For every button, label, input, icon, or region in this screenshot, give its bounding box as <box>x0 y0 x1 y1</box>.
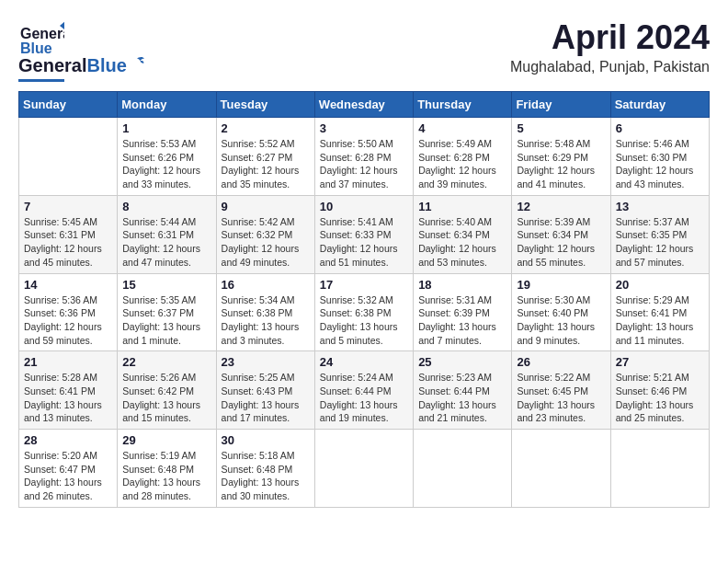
day-cell: 4Sunrise: 5:49 AM Sunset: 6:28 PM Daylig… <box>414 118 512 196</box>
day-info: Sunrise: 5:40 AM Sunset: 6:34 PM Dayligh… <box>418 215 506 270</box>
header-saturday: Saturday <box>610 92 709 118</box>
day-number: 17 <box>320 278 408 292</box>
day-number: 24 <box>320 355 408 369</box>
week-row-3: 14Sunrise: 5:36 AM Sunset: 6:36 PM Dayli… <box>19 273 710 351</box>
day-number: 16 <box>222 278 310 292</box>
day-number: 3 <box>320 121 408 135</box>
day-info: Sunrise: 5:30 AM Sunset: 6:40 PM Dayligh… <box>517 293 605 348</box>
day-number: 26 <box>517 355 605 369</box>
day-info: Sunrise: 5:25 AM Sunset: 6:43 PM Dayligh… <box>222 371 310 425</box>
day-cell: 11Sunrise: 5:40 AM Sunset: 6:34 PM Dayli… <box>414 195 512 273</box>
day-number: 18 <box>418 278 506 292</box>
day-cell: 7Sunrise: 5:45 AM Sunset: 6:31 PM Daylig… <box>19 195 118 273</box>
day-number: 6 <box>616 121 704 135</box>
day-cell: 25Sunrise: 5:23 AM Sunset: 6:44 PM Dayli… <box>414 351 512 430</box>
day-cell: 22Sunrise: 5:26 AM Sunset: 6:42 PM Dayli… <box>118 351 216 430</box>
svg-text:Blue: Blue <box>20 40 52 56</box>
day-cell: 27Sunrise: 5:21 AM Sunset: 6:46 PM Dayli… <box>610 351 709 430</box>
day-number: 21 <box>24 355 112 369</box>
day-info: Sunrise: 5:20 AM Sunset: 6:47 PM Dayligh… <box>24 449 112 503</box>
day-info: Sunrise: 5:53 AM Sunset: 6:26 PM Dayligh… <box>122 137 210 191</box>
day-info: Sunrise: 5:39 AM Sunset: 6:34 PM Dayligh… <box>517 215 605 270</box>
day-info: Sunrise: 5:45 AM Sunset: 6:31 PM Dayligh… <box>24 215 112 270</box>
day-info: Sunrise: 5:34 AM Sunset: 6:38 PM Dayligh… <box>222 293 310 348</box>
day-info: Sunrise: 5:44 AM Sunset: 6:31 PM Dayligh… <box>122 215 210 270</box>
day-number: 11 <box>418 200 506 213</box>
day-cell: 15Sunrise: 5:35 AM Sunset: 6:37 PM Dayli… <box>118 273 216 351</box>
week-row-5: 28Sunrise: 5:20 AM Sunset: 6:47 PM Dayli… <box>19 430 710 508</box>
week-row-1: 1Sunrise: 5:53 AM Sunset: 6:26 PM Daylig… <box>19 118 710 196</box>
header-thursday: Thursday <box>414 92 512 118</box>
logo-blue-text: Blue <box>86 55 126 76</box>
location: Mughalabad, Punjab, Pakistan <box>510 59 710 75</box>
day-cell <box>414 430 512 508</box>
day-info: Sunrise: 5:42 AM Sunset: 6:32 PM Dayligh… <box>222 215 310 270</box>
day-info: Sunrise: 5:23 AM Sunset: 6:44 PM Dayligh… <box>418 371 506 425</box>
day-cell: 18Sunrise: 5:31 AM Sunset: 6:39 PM Dayli… <box>414 273 512 351</box>
day-info: Sunrise: 5:31 AM Sunset: 6:39 PM Dayligh… <box>418 293 506 348</box>
day-cell: 20Sunrise: 5:29 AM Sunset: 6:41 PM Dayli… <box>610 273 709 351</box>
day-cell: 1Sunrise: 5:53 AM Sunset: 6:26 PM Daylig… <box>118 118 216 196</box>
day-info: Sunrise: 5:19 AM Sunset: 6:48 PM Dayligh… <box>122 449 210 503</box>
day-info: Sunrise: 5:26 AM Sunset: 6:42 PM Dayligh… <box>122 371 210 425</box>
day-info: Sunrise: 5:35 AM Sunset: 6:37 PM Dayligh… <box>122 293 210 348</box>
day-info: Sunrise: 5:32 AM Sunset: 6:38 PM Dayligh… <box>320 293 408 348</box>
day-cell: 14Sunrise: 5:36 AM Sunset: 6:36 PM Dayli… <box>19 273 118 351</box>
day-cell: 9Sunrise: 5:42 AM Sunset: 6:32 PM Daylig… <box>216 195 314 273</box>
day-cell: 8Sunrise: 5:44 AM Sunset: 6:31 PM Daylig… <box>118 195 216 273</box>
svg-text:General: General <box>20 26 64 41</box>
day-cell: 5Sunrise: 5:48 AM Sunset: 6:29 PM Daylig… <box>512 118 610 196</box>
day-cell <box>314 430 413 508</box>
day-number: 4 <box>418 121 506 135</box>
day-number: 7 <box>24 200 112 213</box>
day-number: 5 <box>517 121 605 135</box>
day-number: 9 <box>222 200 310 213</box>
logo: General Blue General Blue <box>18 18 145 82</box>
day-cell: 3Sunrise: 5:50 AM Sunset: 6:28 PM Daylig… <box>314 118 413 196</box>
day-info: Sunrise: 5:50 AM Sunset: 6:28 PM Dayligh… <box>320 137 408 191</box>
logo-svg: General Blue <box>18 18 64 64</box>
header: General Blue General Blue April 2024 Mug… <box>18 18 710 82</box>
day-info: Sunrise: 5:24 AM Sunset: 6:44 PM Dayligh… <box>320 371 408 425</box>
day-cell: 28Sunrise: 5:20 AM Sunset: 6:47 PM Dayli… <box>19 430 118 508</box>
day-info: Sunrise: 5:18 AM Sunset: 6:48 PM Dayligh… <box>222 449 310 503</box>
day-number: 28 <box>24 433 112 447</box>
logo-underline <box>18 79 64 82</box>
day-number: 19 <box>517 278 605 292</box>
calendar-header-row: SundayMondayTuesdayWednesdayThursdayFrid… <box>19 92 710 118</box>
day-info: Sunrise: 5:48 AM Sunset: 6:29 PM Dayligh… <box>517 137 605 191</box>
day-number: 20 <box>616 278 704 292</box>
week-row-2: 7Sunrise: 5:45 AM Sunset: 6:31 PM Daylig… <box>19 195 710 273</box>
day-number: 2 <box>222 121 310 135</box>
day-number: 12 <box>517 200 605 213</box>
header-wednesday: Wednesday <box>314 92 413 118</box>
day-info: Sunrise: 5:36 AM Sunset: 6:36 PM Dayligh… <box>24 293 112 348</box>
day-info: Sunrise: 5:29 AM Sunset: 6:41 PM Dayligh… <box>616 293 704 348</box>
day-number: 30 <box>222 433 310 447</box>
day-number: 25 <box>418 355 506 369</box>
day-info: Sunrise: 5:46 AM Sunset: 6:30 PM Dayligh… <box>616 137 704 191</box>
day-number: 13 <box>616 200 704 213</box>
day-cell: 23Sunrise: 5:25 AM Sunset: 6:43 PM Dayli… <box>216 351 314 430</box>
day-number: 27 <box>616 355 704 369</box>
day-cell: 21Sunrise: 5:28 AM Sunset: 6:41 PM Dayli… <box>19 351 118 430</box>
day-cell: 10Sunrise: 5:41 AM Sunset: 6:33 PM Dayli… <box>314 195 413 273</box>
day-cell: 26Sunrise: 5:22 AM Sunset: 6:45 PM Dayli… <box>512 351 610 430</box>
day-cell: 30Sunrise: 5:18 AM Sunset: 6:48 PM Dayli… <box>216 430 314 508</box>
day-number: 1 <box>122 121 210 135</box>
day-cell: 12Sunrise: 5:39 AM Sunset: 6:34 PM Dayli… <box>512 195 610 273</box>
day-cell: 17Sunrise: 5:32 AM Sunset: 6:38 PM Dayli… <box>314 273 413 351</box>
day-number: 23 <box>222 355 310 369</box>
day-number: 15 <box>122 278 210 292</box>
month-title: April 2024 <box>510 18 710 57</box>
day-cell <box>610 430 709 508</box>
title-area: April 2024 Mughalabad, Punjab, Pakistan <box>510 18 710 75</box>
day-cell: 24Sunrise: 5:24 AM Sunset: 6:44 PM Dayli… <box>314 351 413 430</box>
day-cell: 6Sunrise: 5:46 AM Sunset: 6:30 PM Daylig… <box>610 118 709 196</box>
day-info: Sunrise: 5:52 AM Sunset: 6:27 PM Dayligh… <box>222 137 310 191</box>
day-info: Sunrise: 5:22 AM Sunset: 6:45 PM Dayligh… <box>517 371 605 425</box>
header-friday: Friday <box>512 92 610 118</box>
header-sunday: Sunday <box>19 92 118 118</box>
day-number: 29 <box>122 433 210 447</box>
day-cell: 13Sunrise: 5:37 AM Sunset: 6:35 PM Dayli… <box>610 195 709 273</box>
